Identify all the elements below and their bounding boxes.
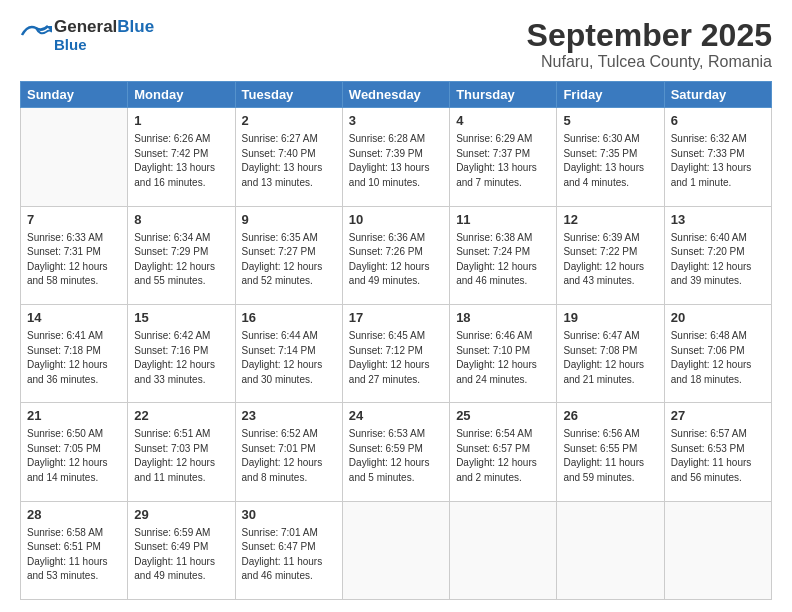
daylight-text: Daylight: 13 hours and 16 minutes. (134, 162, 215, 188)
sunrise-text: Sunrise: 6:29 AM (456, 133, 532, 144)
day-number: 19 (563, 309, 657, 327)
daylight-text: Daylight: 12 hours and 5 minutes. (349, 457, 430, 483)
sunrise-text: Sunrise: 6:36 AM (349, 232, 425, 243)
day-detail: Sunrise: 6:41 AMSunset: 7:18 PMDaylight:… (27, 329, 121, 387)
sunset-text: Sunset: 7:14 PM (242, 345, 316, 356)
calendar-week-row: 7Sunrise: 6:33 AMSunset: 7:31 PMDaylight… (21, 206, 772, 304)
sunrise-text: Sunrise: 6:40 AM (671, 232, 747, 243)
table-row: 20Sunrise: 6:48 AMSunset: 7:06 PMDayligh… (664, 304, 771, 402)
header-wednesday: Wednesday (342, 82, 449, 108)
daylight-text: Daylight: 12 hours and 52 minutes. (242, 261, 323, 287)
table-row: 16Sunrise: 6:44 AMSunset: 7:14 PMDayligh… (235, 304, 342, 402)
table-row: 8Sunrise: 6:34 AMSunset: 7:29 PMDaylight… (128, 206, 235, 304)
day-detail: Sunrise: 6:57 AMSunset: 6:53 PMDaylight:… (671, 427, 765, 485)
sunset-text: Sunset: 6:59 PM (349, 443, 423, 454)
sunrise-text: Sunrise: 6:38 AM (456, 232, 532, 243)
table-row: 30Sunrise: 7:01 AMSunset: 6:47 PMDayligh… (235, 501, 342, 599)
day-detail: Sunrise: 6:50 AMSunset: 7:05 PMDaylight:… (27, 427, 121, 485)
sunrise-text: Sunrise: 6:41 AM (27, 330, 103, 341)
daylight-text: Daylight: 11 hours and 53 minutes. (27, 556, 108, 582)
table-row: 6Sunrise: 6:32 AMSunset: 7:33 PMDaylight… (664, 108, 771, 206)
daylight-text: Daylight: 13 hours and 7 minutes. (456, 162, 537, 188)
sunrise-text: Sunrise: 7:01 AM (242, 527, 318, 538)
daylight-text: Daylight: 13 hours and 4 minutes. (563, 162, 644, 188)
header-thursday: Thursday (450, 82, 557, 108)
table-row: 17Sunrise: 6:45 AMSunset: 7:12 PMDayligh… (342, 304, 449, 402)
daylight-text: Daylight: 12 hours and 36 minutes. (27, 359, 108, 385)
day-number: 28 (27, 506, 121, 524)
day-detail: Sunrise: 6:36 AMSunset: 7:26 PMDaylight:… (349, 231, 443, 289)
sunrise-text: Sunrise: 6:44 AM (242, 330, 318, 341)
day-detail: Sunrise: 6:47 AMSunset: 7:08 PMDaylight:… (563, 329, 657, 387)
sunrise-text: Sunrise: 6:47 AM (563, 330, 639, 341)
sunset-text: Sunset: 7:40 PM (242, 148, 316, 159)
sunset-text: Sunset: 7:06 PM (671, 345, 745, 356)
page-subtitle: Nufaru, Tulcea County, Romania (527, 53, 772, 71)
daylight-text: Daylight: 12 hours and 21 minutes. (563, 359, 644, 385)
day-number: 13 (671, 211, 765, 229)
sunset-text: Sunset: 6:51 PM (27, 541, 101, 552)
day-number: 30 (242, 506, 336, 524)
sunset-text: Sunset: 7:08 PM (563, 345, 637, 356)
sunset-text: Sunset: 7:22 PM (563, 246, 637, 257)
table-row: 11Sunrise: 6:38 AMSunset: 7:24 PMDayligh… (450, 206, 557, 304)
day-number: 9 (242, 211, 336, 229)
table-row: 22Sunrise: 6:51 AMSunset: 7:03 PMDayligh… (128, 403, 235, 501)
day-number: 17 (349, 309, 443, 327)
day-detail: Sunrise: 6:48 AMSunset: 7:06 PMDaylight:… (671, 329, 765, 387)
table-row (21, 108, 128, 206)
table-row: 3Sunrise: 6:28 AMSunset: 7:39 PMDaylight… (342, 108, 449, 206)
sunset-text: Sunset: 7:16 PM (134, 345, 208, 356)
table-row: 5Sunrise: 6:30 AMSunset: 7:35 PMDaylight… (557, 108, 664, 206)
logo-general: General (54, 17, 117, 36)
day-detail: Sunrise: 6:52 AMSunset: 7:01 PMDaylight:… (242, 427, 336, 485)
day-number: 8 (134, 211, 228, 229)
sunset-text: Sunset: 7:31 PM (27, 246, 101, 257)
day-number: 7 (27, 211, 121, 229)
table-row: 23Sunrise: 6:52 AMSunset: 7:01 PMDayligh… (235, 403, 342, 501)
daylight-text: Daylight: 12 hours and 46 minutes. (456, 261, 537, 287)
day-detail: Sunrise: 6:39 AMSunset: 7:22 PMDaylight:… (563, 231, 657, 289)
table-row: 19Sunrise: 6:47 AMSunset: 7:08 PMDayligh… (557, 304, 664, 402)
day-number: 26 (563, 407, 657, 425)
sunrise-text: Sunrise: 6:51 AM (134, 428, 210, 439)
day-detail: Sunrise: 7:01 AMSunset: 6:47 PMDaylight:… (242, 526, 336, 584)
table-row: 25Sunrise: 6:54 AMSunset: 6:57 PMDayligh… (450, 403, 557, 501)
day-detail: Sunrise: 6:29 AMSunset: 7:37 PMDaylight:… (456, 132, 550, 190)
table-row: 29Sunrise: 6:59 AMSunset: 6:49 PMDayligh… (128, 501, 235, 599)
sunrise-text: Sunrise: 6:34 AM (134, 232, 210, 243)
sunrise-text: Sunrise: 6:27 AM (242, 133, 318, 144)
day-detail: Sunrise: 6:27 AMSunset: 7:40 PMDaylight:… (242, 132, 336, 190)
sunset-text: Sunset: 7:39 PM (349, 148, 423, 159)
day-number: 18 (456, 309, 550, 327)
daylight-text: Daylight: 11 hours and 46 minutes. (242, 556, 323, 582)
sunrise-text: Sunrise: 6:30 AM (563, 133, 639, 144)
day-detail: Sunrise: 6:56 AMSunset: 6:55 PMDaylight:… (563, 427, 657, 485)
sunrise-text: Sunrise: 6:50 AM (27, 428, 103, 439)
sunrise-text: Sunrise: 6:33 AM (27, 232, 103, 243)
day-detail: Sunrise: 6:46 AMSunset: 7:10 PMDaylight:… (456, 329, 550, 387)
table-row: 10Sunrise: 6:36 AMSunset: 7:26 PMDayligh… (342, 206, 449, 304)
sunrise-text: Sunrise: 6:59 AM (134, 527, 210, 538)
day-detail: Sunrise: 6:44 AMSunset: 7:14 PMDaylight:… (242, 329, 336, 387)
day-detail: Sunrise: 6:51 AMSunset: 7:03 PMDaylight:… (134, 427, 228, 485)
logo: GeneralBlue Blue (20, 18, 154, 52)
daylight-text: Daylight: 12 hours and 11 minutes. (134, 457, 215, 483)
sunrise-text: Sunrise: 6:42 AM (134, 330, 210, 341)
daylight-text: Daylight: 11 hours and 49 minutes. (134, 556, 215, 582)
sunset-text: Sunset: 6:49 PM (134, 541, 208, 552)
day-number: 10 (349, 211, 443, 229)
day-detail: Sunrise: 6:28 AMSunset: 7:39 PMDaylight:… (349, 132, 443, 190)
daylight-text: Daylight: 12 hours and 14 minutes. (27, 457, 108, 483)
day-number: 4 (456, 112, 550, 130)
sunrise-text: Sunrise: 6:46 AM (456, 330, 532, 341)
sunset-text: Sunset: 7:27 PM (242, 246, 316, 257)
day-number: 2 (242, 112, 336, 130)
sunset-text: Sunset: 6:57 PM (456, 443, 530, 454)
day-detail: Sunrise: 6:59 AMSunset: 6:49 PMDaylight:… (134, 526, 228, 584)
table-row: 24Sunrise: 6:53 AMSunset: 6:59 PMDayligh… (342, 403, 449, 501)
table-row (342, 501, 449, 599)
table-row: 13Sunrise: 6:40 AMSunset: 7:20 PMDayligh… (664, 206, 771, 304)
day-detail: Sunrise: 6:26 AMSunset: 7:42 PMDaylight:… (134, 132, 228, 190)
title-block: September 2025 Nufaru, Tulcea County, Ro… (527, 18, 772, 71)
